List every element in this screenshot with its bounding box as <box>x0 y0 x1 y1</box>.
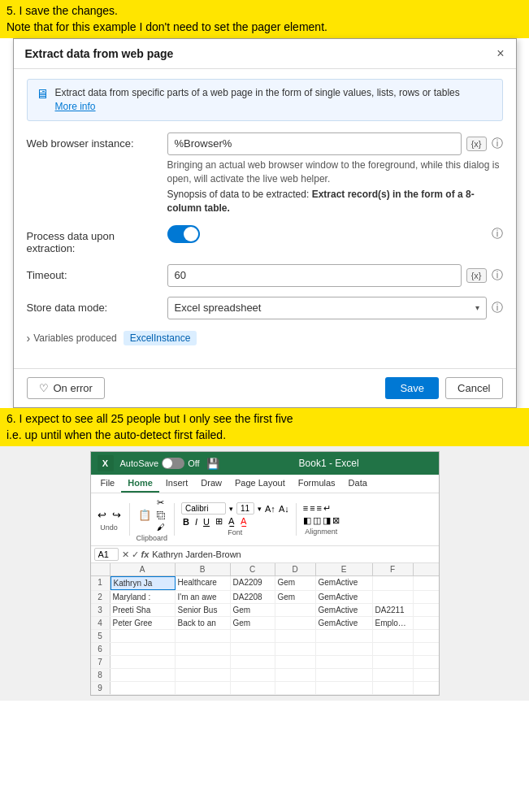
process-data-info-icon[interactable]: ⓘ <box>492 227 503 241</box>
cell-b8[interactable] <box>176 669 231 681</box>
cell-a8[interactable] <box>111 669 176 681</box>
format-painter-icon[interactable]: 🖌 <box>155 522 167 532</box>
cell-d3[interactable] <box>275 604 316 616</box>
tab-formulas[interactable]: Formulas <box>292 475 342 493</box>
save-button[interactable]: Save <box>385 377 439 399</box>
cell-c6[interactable] <box>231 643 275 655</box>
cell-c1[interactable]: DA2209 <box>231 576 275 590</box>
cell-e2[interactable]: GemActive <box>316 591 373 603</box>
italic-button[interactable]: I <box>193 517 199 527</box>
formula-fx-icon[interactable]: fx <box>141 549 150 559</box>
formula-check-icon[interactable]: ✕ <box>122 549 129 560</box>
cell-b4[interactable]: Back to an <box>176 617 231 629</box>
col-header-d[interactable]: D <box>275 563 316 575</box>
cell-f2[interactable] <box>373 591 414 603</box>
cell-e5[interactable] <box>316 630 373 642</box>
col-header-c[interactable]: C <box>231 563 275 575</box>
cell-d2[interactable]: Gem <box>275 591 316 603</box>
cell-c8[interactable] <box>231 669 275 681</box>
cell-e4[interactable]: GemActive <box>316 617 373 629</box>
font-name-input[interactable] <box>181 502 226 515</box>
floppy-icon[interactable]: 💾 <box>206 458 219 470</box>
cell-a9[interactable] <box>111 682 176 694</box>
underline-button[interactable]: U <box>202 517 211 527</box>
cell-f9[interactable] <box>373 682 414 694</box>
cell-f1[interactable] <box>373 576 414 590</box>
cell-f3[interactable]: DA2211 <box>373 604 414 616</box>
cell-b9[interactable] <box>176 682 231 694</box>
tab-data[interactable]: Data <box>342 475 374 493</box>
timeout-input[interactable] <box>167 264 462 287</box>
col-header-f[interactable]: F <box>373 563 414 575</box>
cell-a3[interactable]: Preeti Sha <box>111 604 176 616</box>
col-header-e[interactable]: E <box>316 563 373 575</box>
font-color-icon[interactable]: A̲ <box>239 516 249 527</box>
web-browser-var-badge[interactable]: {x} <box>466 137 487 151</box>
cell-b3[interactable]: Senior Bus <box>176 604 231 616</box>
col-header-b[interactable]: B <box>176 563 231 575</box>
cell-c3[interactable]: Gem <box>231 604 275 616</box>
align-center-icon[interactable]: ◫ <box>313 515 321 526</box>
col-header-a[interactable]: A <box>111 563 176 575</box>
cell-f8[interactable] <box>373 669 414 681</box>
tab-home[interactable]: Home <box>121 475 159 493</box>
tab-draw[interactable]: Draw <box>194 475 228 493</box>
paste-icon[interactable]: 📋 <box>137 508 153 522</box>
cell-f5[interactable] <box>373 630 414 642</box>
cell-b7[interactable] <box>176 656 231 668</box>
cell-e1[interactable]: GemActive <box>316 576 373 590</box>
cell-f7[interactable] <box>373 656 414 668</box>
cell-a2[interactable]: Maryland : <box>111 591 176 603</box>
cut-icon[interactable]: ✂ <box>155 497 167 509</box>
cell-c2[interactable]: DA2208 <box>231 591 275 603</box>
cell-b2[interactable]: I'm an awe <box>176 591 231 603</box>
align-right-icon[interactable]: ◨ <box>323 515 331 526</box>
cell-a5[interactable] <box>111 630 176 642</box>
store-data-select[interactable]: Excel spreadsheet ▾ <box>167 297 487 319</box>
cell-a4[interactable]: Peter Gree <box>111 617 176 629</box>
process-data-toggle[interactable] <box>167 225 200 243</box>
align-bottom-icon[interactable]: ≡ <box>317 503 322 514</box>
cell-d4[interactable] <box>275 617 316 629</box>
web-browser-info-icon[interactable]: ⓘ <box>492 137 503 151</box>
align-top-icon[interactable]: ≡ <box>303 503 308 514</box>
bold-button[interactable]: B <box>181 517 191 527</box>
timeout-var-badge[interactable]: {x} <box>466 268 487 283</box>
cell-b5[interactable] <box>176 630 231 642</box>
font-size-input[interactable] <box>236 502 254 515</box>
cell-e6[interactable] <box>316 643 373 655</box>
increase-font-icon[interactable]: A↑ <box>265 504 275 514</box>
cancel-button[interactable]: Cancel <box>445 377 502 399</box>
timeout-info-icon[interactable]: ⓘ <box>492 268 503 283</box>
cell-e7[interactable] <box>316 656 373 668</box>
cell-e3[interactable]: GemActive <box>316 604 373 616</box>
excel-instance-chip[interactable]: ExcelInstance <box>124 331 197 345</box>
merge-icon[interactable]: ⊠ <box>332 515 340 526</box>
web-browser-input[interactable] <box>167 132 462 155</box>
cell-a7[interactable] <box>111 656 176 668</box>
on-error-button[interactable]: ♡ On error <box>27 377 105 399</box>
cell-b1[interactable]: Healthcare <box>176 576 231 590</box>
cell-d7[interactable] <box>275 656 316 668</box>
cell-c7[interactable] <box>231 656 275 668</box>
cell-d9[interactable] <box>275 682 316 694</box>
border-icon[interactable]: ⊞ <box>214 516 224 527</box>
cell-f6[interactable] <box>373 643 414 655</box>
cell-c5[interactable] <box>231 630 275 642</box>
cell-a1[interactable]: Kathryn Ja <box>111 576 176 590</box>
fill-color-icon[interactable]: A̲ <box>227 516 236 527</box>
align-left-icon[interactable]: ◧ <box>303 515 311 526</box>
cell-d1[interactable]: Gem <box>275 576 316 590</box>
cell-e8[interactable] <box>316 669 373 681</box>
undo-icon[interactable]: ↩ <box>96 508 108 522</box>
cell-c9[interactable] <box>231 682 275 694</box>
tab-file[interactable]: File <box>94 475 122 493</box>
align-middle-icon[interactable]: ≡ <box>310 503 314 514</box>
autosave-toggle[interactable] <box>162 458 184 469</box>
store-data-info-icon[interactable]: ⓘ <box>492 301 503 315</box>
cell-c4[interactable]: Gem <box>231 617 275 629</box>
wrap-text-icon[interactable]: ↵ <box>323 503 331 514</box>
variables-toggle[interactable]: Variables produced <box>27 332 117 345</box>
cell-reference-input[interactable] <box>94 548 119 561</box>
formula-cancel-icon[interactable]: ✓ <box>132 549 139 560</box>
